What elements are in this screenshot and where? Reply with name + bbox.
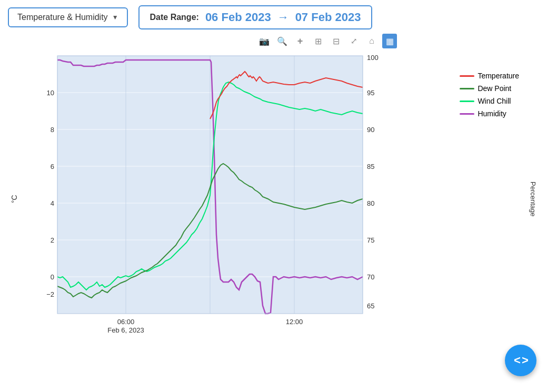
svg-text:8: 8 — [51, 126, 54, 134]
svg-text:10: 10 — [47, 89, 54, 97]
svg-text:2: 2 — [51, 236, 54, 244]
plus-icon[interactable]: + — [293, 34, 307, 48]
date-arrow-icon: → — [277, 11, 289, 24]
zoom-out-icon[interactable]: ⊟ — [329, 34, 343, 48]
code-fab-button[interactable]: < > — [505, 345, 536, 376]
svg-text:75: 75 — [367, 236, 374, 244]
y-axis-left-label: °C — [8, 51, 21, 347]
temperature-legend-label: Temperature — [478, 72, 519, 80]
svg-text:65: 65 — [367, 302, 374, 310]
dropdown-label: Temperature & Humidity — [17, 13, 108, 22]
wind-chill-legend-line — [460, 100, 474, 102]
humidity-legend-label: Humidity — [478, 109, 506, 118]
chart-type-dropdown[interactable]: Temperature & Humidity ▼ — [8, 7, 128, 27]
chart-wrapper: °C — [8, 51, 539, 347]
chart-area: 10 8 6 4 2 0 −2 100 95 90 85 80 75 70 — [26, 51, 522, 347]
svg-text:100: 100 — [367, 54, 379, 62]
dew-point-legend-line — [460, 88, 474, 89]
wind-chill-legend-label: Wind Chill — [478, 97, 511, 105]
dropdown-arrow-icon: ▼ — [112, 14, 118, 21]
home-icon[interactable]: ⌂ — [364, 34, 379, 48]
chart-toolbar: 📷 🔍 + ⊞ ⊟ ⤢ ⌂ ▦ — [8, 34, 539, 48]
zoom-in-icon[interactable]: ⊞ — [311, 34, 325, 48]
expand-icon[interactable]: ⤢ — [346, 34, 361, 48]
date-end: 07 Feb 2023 — [295, 11, 361, 24]
camera-icon[interactable]: 📷 — [257, 34, 272, 48]
zoom-icon[interactable]: 🔍 — [275, 34, 290, 48]
svg-text:12:00: 12:00 — [286, 318, 303, 326]
fab-icon: < > — [514, 354, 528, 367]
svg-text:80: 80 — [367, 199, 374, 207]
svg-text:6: 6 — [51, 163, 54, 170]
bar-chart-icon[interactable]: ▦ — [382, 34, 397, 48]
dew-point-legend-label: Dew Point — [478, 84, 511, 93]
date-start: 06 Feb 2023 — [205, 11, 271, 24]
humidity-legend-line — [460, 113, 474, 115]
chart-legend: Temperature Dew Point Wind Chill Humidit… — [460, 72, 519, 118]
svg-text:90: 90 — [367, 126, 374, 134]
svg-text:85: 85 — [367, 163, 374, 170]
legend-humidity: Humidity — [460, 109, 519, 118]
legend-wind-chill: Wind Chill — [460, 97, 519, 105]
date-range-container: Date Range: 06 Feb 2023 → 07 Feb 2023 — [138, 5, 373, 29]
y-axis-right-label: Percentage — [527, 51, 539, 347]
svg-text:4: 4 — [51, 199, 54, 207]
legend-temperature: Temperature — [460, 72, 519, 80]
svg-text:06:00: 06:00 — [117, 318, 135, 326]
legend-dew-point: Dew Point — [460, 84, 519, 93]
svg-text:0: 0 — [51, 273, 54, 281]
header-row: Temperature & Humidity ▼ Date Range: 06 … — [8, 5, 539, 29]
chart-svg: 10 8 6 4 2 0 −2 100 95 90 85 80 75 70 — [26, 51, 405, 345]
date-range-label: Date Range: — [150, 13, 199, 22]
svg-text:Feb 6, 2023: Feb 6, 2023 — [107, 326, 144, 334]
svg-text:−2: −2 — [46, 290, 54, 298]
temperature-legend-line — [460, 75, 474, 77]
svg-text:70: 70 — [367, 273, 374, 281]
svg-text:95: 95 — [367, 89, 374, 97]
